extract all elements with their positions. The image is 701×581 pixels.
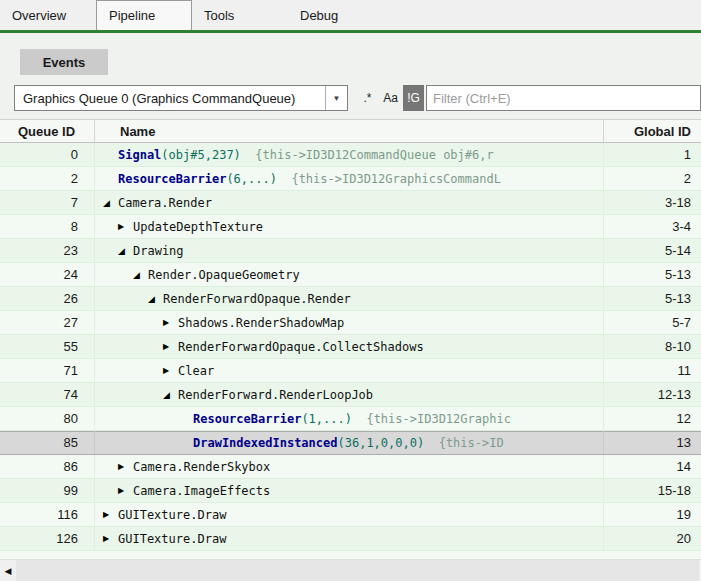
event-name-cell: ◢Camera.Render (95, 191, 604, 214)
column-header-queue-id[interactable]: Queue ID (0, 120, 95, 142)
api-call-detail: {this->ID3D12Graphic (352, 412, 511, 426)
graphics-filter-toggle-button[interactable]: !G (403, 85, 424, 111)
marker-label: Shadows.RenderShadowMap (178, 316, 344, 330)
api-call-detail: {this->ID (424, 436, 503, 450)
tree-collapsed-icon[interactable]: ▶ (163, 366, 178, 375)
tree-expanded-icon[interactable]: ◢ (163, 390, 178, 400)
filter-input[interactable] (426, 85, 701, 111)
event-name-cell: Signal(obj#5,237) {this->ID3D12CommandQu… (95, 143, 604, 166)
event-row-23[interactable]: 23◢Drawing5-14 (0, 239, 701, 263)
queue-selector-dropdown[interactable]: Graphics Queue 0 (Graphics CommandQueue)… (14, 85, 348, 111)
tree-collapsed-icon[interactable]: ▶ (118, 222, 133, 231)
queue-id-cell: 126 (0, 527, 95, 550)
event-row-7[interactable]: 7◢Camera.Render3-18 (0, 191, 701, 215)
event-row-55[interactable]: 55▶RenderForwardOpaque.CollectShadows8-1… (0, 335, 701, 359)
queue-id-cell: 7 (0, 191, 95, 214)
regex-toggle-button[interactable]: .* (357, 85, 378, 111)
events-toolbar: Graphics Queue 0 (Graphics CommandQueue)… (14, 85, 701, 111)
event-name-cell: ◢RenderForwardOpaque.Render (95, 287, 604, 310)
marker-label: GUITexture.Draw (118, 508, 226, 522)
api-call-name: ResourceBarrier (193, 412, 301, 426)
tree-expanded-icon[interactable]: ◢ (148, 294, 163, 304)
event-row-71[interactable]: 71▶Clear11 (0, 359, 701, 383)
global-id-cell: 5-13 (604, 263, 701, 286)
queue-id-cell: 23 (0, 239, 95, 262)
pix-events-window: OverviewPipelineToolsDebug Events Graphi… (0, 0, 701, 581)
queue-id-cell: 71 (0, 359, 95, 382)
event-name-cell: ▶Camera.RenderSkybox (95, 455, 604, 478)
global-id-cell: 11 (604, 359, 701, 382)
event-row-80[interactable]: 80ResourceBarrier(1,...) {this->ID3D12Gr… (0, 407, 701, 431)
event-row-24[interactable]: 24◢Render.OpaqueGeometry5-13 (0, 263, 701, 287)
queue-id-cell: 86 (0, 455, 95, 478)
tab-pipeline[interactable]: Pipeline (96, 0, 192, 30)
marker-label: GUITexture.Draw (118, 532, 226, 546)
event-row-2[interactable]: 2ResourceBarrier(6,...) {this->ID3D12Gra… (0, 167, 701, 191)
events-table: Queue ID Name Global ID 0Signal(obj#5,23… (0, 119, 701, 559)
tree-expanded-icon[interactable]: ◢ (133, 270, 148, 280)
main-tabbar: OverviewPipelineToolsDebug (0, 0, 701, 30)
match-case-toggle-button[interactable]: Aa (380, 85, 401, 111)
queue-id-cell: 74 (0, 383, 95, 406)
tree-collapsed-icon[interactable]: ▶ (103, 510, 118, 519)
event-row-8[interactable]: 8▶UpdateDepthTexture3-4 (0, 215, 701, 239)
queue-id-cell: 27 (0, 311, 95, 334)
event-name-cell: ▶UpdateDepthTexture (95, 215, 604, 238)
event-row-26[interactable]: 26◢RenderForwardOpaque.Render5-13 (0, 287, 701, 311)
queue-id-cell: 0 (0, 143, 95, 166)
queue-id-cell: 26 (0, 287, 95, 310)
event-name-cell: ResourceBarrier(6,...) {this->ID3D12Grap… (95, 167, 604, 190)
tree-collapsed-icon[interactable]: ▶ (118, 462, 133, 471)
tree-expanded-icon[interactable]: ◢ (103, 198, 118, 208)
tree-collapsed-icon[interactable]: ▶ (163, 318, 178, 327)
event-row-74[interactable]: 74◢RenderForward.RenderLoopJob12-13 (0, 383, 701, 407)
marker-label: Camera.RenderSkybox (133, 460, 270, 474)
scroll-left-icon[interactable]: ◀ (0, 566, 16, 576)
event-row-116[interactable]: 116▶GUITexture.Draw19 (0, 503, 701, 527)
event-name-cell: ◢Drawing (95, 239, 604, 262)
queue-id-cell: 24 (0, 263, 95, 286)
tab-events[interactable]: Events (20, 49, 108, 75)
queue-id-cell: 8 (0, 215, 95, 238)
event-row-85[interactable]: 85DrawIndexedInstanced(36,1,0,0,0) {this… (0, 431, 701, 455)
marker-label: Drawing (133, 244, 184, 258)
global-id-cell: 8-10 (604, 335, 701, 358)
queue-id-cell: 55 (0, 335, 95, 358)
marker-label: RenderForwardOpaque.CollectShadows (178, 340, 424, 354)
event-name-cell: ▶Shadows.RenderShadowMap (95, 311, 604, 334)
column-header-global-id[interactable]: Global ID (604, 120, 701, 142)
api-call-detail: {this->ID3D12CommandQueue obj#6,r (241, 148, 494, 162)
marker-label: Clear (178, 364, 214, 378)
global-id-cell: 19 (604, 503, 701, 526)
event-row-27[interactable]: 27▶Shadows.RenderShadowMap5-7 (0, 311, 701, 335)
global-id-cell: 20 (604, 527, 701, 550)
tree-collapsed-icon[interactable]: ▶ (163, 342, 178, 351)
event-row-86[interactable]: 86▶Camera.RenderSkybox14 (0, 455, 701, 479)
marker-label: UpdateDepthTexture (133, 220, 263, 234)
tab-overview[interactable]: Overview (0, 0, 96, 30)
column-header-name[interactable]: Name (95, 120, 604, 142)
queue-selector-value: Graphics Queue 0 (Graphics CommandQueue) (15, 86, 325, 110)
event-name-cell: ▶GUITexture.Draw (95, 527, 604, 550)
global-id-cell: 12-13 (604, 383, 701, 406)
tab-debug[interactable]: Debug (288, 0, 384, 30)
global-id-cell: 5-14 (604, 239, 701, 262)
api-call-args: (6,...) (226, 172, 277, 186)
dropdown-arrow-button[interactable]: ▼ (325, 86, 347, 110)
marker-label: RenderForward.RenderLoopJob (178, 388, 373, 402)
tree-expanded-icon[interactable]: ◢ (118, 246, 133, 256)
tree-collapsed-icon[interactable]: ▶ (103, 534, 118, 543)
event-name-cell: ▶RenderForwardOpaque.CollectShadows (95, 335, 604, 358)
global-id-cell: 14 (604, 455, 701, 478)
tree-collapsed-icon[interactable]: ▶ (118, 486, 133, 495)
queue-id-cell: 116 (0, 503, 95, 526)
global-id-cell: 5-13 (604, 287, 701, 310)
scrollbar-thumb[interactable] (16, 560, 699, 581)
event-row-99[interactable]: 99▶Camera.ImageEffects15-18 (0, 479, 701, 503)
event-row-0[interactable]: 0Signal(obj#5,237) {this->ID3D12CommandQ… (0, 143, 701, 167)
tab-tools[interactable]: Tools (192, 0, 288, 30)
event-row-126[interactable]: 126▶GUITexture.Draw20 (0, 527, 701, 551)
horizontal-scrollbar[interactable]: ◀ (0, 559, 701, 581)
events-table-body: 0Signal(obj#5,237) {this->ID3D12CommandQ… (0, 143, 701, 551)
queue-id-cell: 2 (0, 167, 95, 190)
